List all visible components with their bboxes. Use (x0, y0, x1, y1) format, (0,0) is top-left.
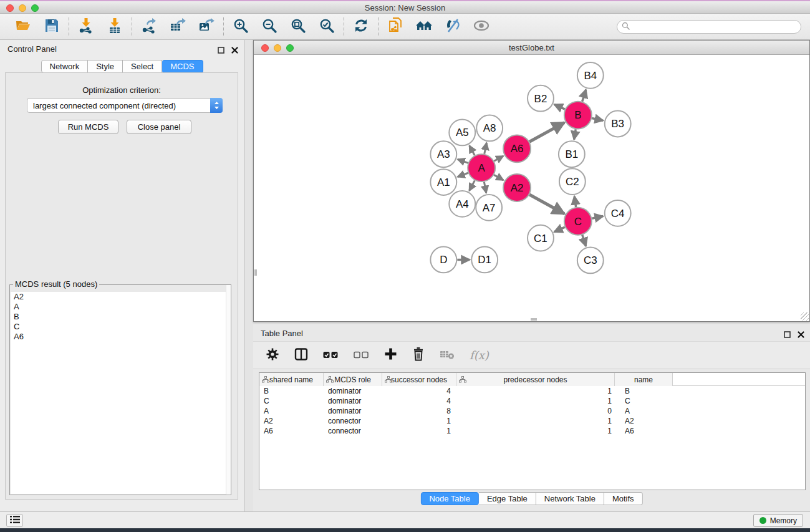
column-header[interactable]: name (615, 373, 673, 386)
home-houses-button[interactable] (415, 17, 433, 36)
tab-select[interactable]: Select (123, 60, 162, 73)
network-window-titlebar[interactable]: testGlobe.txt (254, 41, 809, 55)
column-header[interactable]: successor nodes (382, 373, 456, 386)
tab-motifs[interactable]: Motifs (604, 492, 643, 505)
zoom-selected-button[interactable] (317, 17, 336, 36)
search-input[interactable] (632, 21, 801, 32)
deselect-all-button[interactable] (354, 350, 369, 361)
network-canvas[interactable]: B4B2BB3A8A5A6A3B1AA1C2A2A4A7C4CC1C3DD1 (254, 56, 809, 321)
edge-A-A8[interactable] (485, 143, 487, 154)
table-settings-button[interactable] (266, 347, 279, 364)
run-mcds-button[interactable]: Run MCDS (58, 120, 118, 134)
copy-network-button[interactable] (386, 17, 405, 36)
edge-B-B1[interactable] (574, 129, 576, 140)
close-panel-button[interactable]: Close panel (127, 120, 191, 134)
edge-A-A7[interactable] (484, 182, 486, 193)
node-table-body: Bdominator41BCdominator41CAdominator80AA… (259, 386, 805, 436)
table-cell: A6 (259, 426, 324, 436)
table-cell: A (615, 406, 673, 416)
export-network-button[interactable] (140, 17, 158, 36)
zoom-in-button[interactable] (231, 17, 250, 36)
criterion-dropdown[interactable]: largest connected component (directed) (27, 98, 223, 113)
memory-button[interactable]: Memory (753, 514, 803, 527)
export-table-button[interactable] (168, 17, 187, 36)
memory-label: Memory (770, 516, 797, 525)
main-toolbar (0, 14, 810, 40)
columns-icon (294, 347, 308, 364)
table-cell: 4 (382, 386, 456, 396)
node-label: C (574, 216, 582, 228)
edge-B-B3[interactable] (592, 118, 603, 120)
list-icon (9, 515, 21, 527)
result-item[interactable]: B (11, 312, 230, 322)
function-builder-button[interactable]: f(x) (470, 349, 489, 362)
graphics-details-button[interactable] (443, 17, 462, 36)
tab-network[interactable]: Network (41, 60, 88, 73)
edge-C-C3[interactable] (582, 235, 586, 246)
dropdown-stepper-icon (210, 98, 223, 113)
export-image-button[interactable] (197, 17, 216, 36)
show-columns-button[interactable] (294, 347, 308, 364)
edge-C-C4[interactable] (592, 216, 603, 219)
status-bar: Memory (0, 511, 810, 528)
column-header[interactable]: predecessor nodes (456, 373, 615, 386)
column-header[interactable]: MCDS role (324, 373, 382, 386)
edge-A-A4[interactable] (470, 180, 475, 190)
select-all-button[interactable] (323, 350, 339, 361)
open-folder-button[interactable] (14, 17, 32, 36)
zoom-fit-button[interactable] (289, 17, 307, 36)
save-session-button[interactable] (42, 17, 61, 36)
table-row[interactable]: A6connector11A6 (259, 426, 805, 436)
delete-column-button[interactable] (412, 347, 425, 364)
search-field[interactable] (617, 20, 801, 34)
mcds-panel: Optimization criterion: largest connecte… (5, 72, 238, 500)
node-table-header: shared nameMCDS rolesuccessor nodesprede… (259, 373, 805, 386)
edge-A-A1[interactable] (458, 173, 468, 177)
float-panel-icon[interactable] (218, 45, 224, 56)
control-panel-title: Control Panel (7, 44, 57, 54)
task-history-button[interactable] (6, 514, 23, 527)
node-table[interactable]: shared nameMCDS rolesuccessor nodesprede… (259, 372, 806, 490)
import-network-button[interactable] (77, 17, 95, 36)
edge-B-B4[interactable] (582, 90, 586, 102)
tab-style[interactable]: Style (88, 60, 123, 73)
table-row[interactable]: Bdominator41B (259, 386, 805, 396)
refresh-button[interactable] (352, 17, 370, 36)
tab-edge-table[interactable]: Edge Table (479, 492, 536, 505)
zoom-fit-icon (290, 17, 306, 36)
delete-table-button[interactable] (440, 349, 455, 362)
create-column-button[interactable] (384, 347, 397, 363)
edge-A6-B[interactable] (529, 123, 564, 142)
tab-mcds[interactable]: MCDS (162, 60, 203, 73)
edge-B-B2[interactable] (554, 104, 565, 109)
edge-C-C1[interactable] (554, 227, 565, 232)
result-scrollbar[interactable] (226, 285, 231, 495)
table-row[interactable]: Cdominator41C (259, 396, 805, 406)
edge-A2-C[interactable] (529, 195, 564, 214)
node-label: A (478, 162, 486, 174)
eye-button[interactable] (472, 17, 491, 36)
result-item[interactable]: C (11, 322, 230, 332)
network-graph: B4B2BB3A8A5A6A3B1AA1C2A2A4A7C4CC1C3DD1 (254, 56, 809, 321)
resize-grip[interactable] (801, 312, 809, 321)
column-header[interactable]: shared name (259, 373, 324, 386)
tab-node-table[interactable]: Node Table (420, 492, 479, 505)
result-item[interactable]: A2 (11, 292, 230, 302)
float-panel-icon[interactable] (784, 329, 791, 341)
close-panel-icon[interactable] (231, 45, 238, 56)
import-table-button[interactable] (105, 17, 124, 36)
edge-A-A5[interactable] (470, 145, 475, 155)
table-row[interactable]: Adominator80A (259, 406, 805, 416)
table-cell: dominator (324, 406, 382, 416)
zoom-out-button[interactable] (260, 17, 279, 36)
close-panel-icon[interactable] (798, 329, 804, 341)
node-label: B1 (565, 148, 578, 160)
result-item[interactable]: A6 (11, 332, 230, 342)
edge-A-A2[interactable] (494, 175, 503, 180)
result-item[interactable]: A (11, 302, 230, 312)
table-row[interactable]: A2connector11A2 (259, 416, 805, 426)
edge-A-A3[interactable] (458, 159, 468, 163)
edge-C-C2[interactable] (574, 196, 576, 207)
tab-network-table[interactable]: Network Table (536, 492, 604, 505)
edge-A-A6[interactable] (494, 156, 503, 161)
